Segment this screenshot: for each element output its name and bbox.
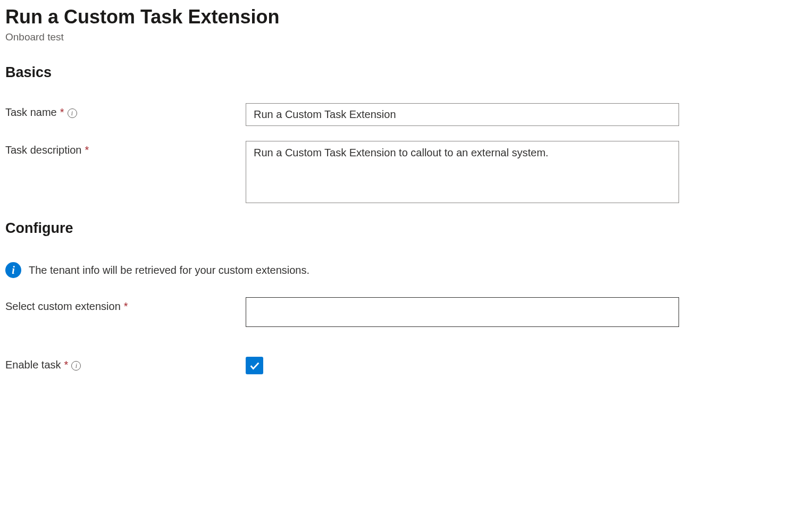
task-description-label: Task description	[5, 144, 81, 156]
select-extension-row: Select custom extension *	[5, 297, 807, 327]
info-icon	[5, 262, 21, 278]
page-title: Run a Custom Task Extension	[5, 5, 807, 28]
select-extension-label: Select custom extension	[5, 300, 121, 313]
select-extension-input[interactable]	[246, 297, 679, 327]
required-asterisk: *	[64, 359, 69, 371]
info-icon[interactable]	[68, 108, 77, 118]
enable-task-label: Enable task	[5, 359, 61, 371]
info-icon[interactable]	[71, 361, 81, 371]
task-description-input[interactable]	[246, 141, 679, 203]
configure-heading: Configure	[5, 220, 807, 237]
checkmark-icon	[249, 360, 261, 372]
enable-task-row: Enable task *	[5, 357, 807, 374]
required-asterisk: *	[60, 106, 64, 119]
enable-task-checkbox[interactable]	[246, 357, 263, 374]
task-name-label: Task name	[5, 106, 57, 119]
task-name-input[interactable]	[246, 103, 679, 126]
task-description-row: Task description *	[5, 141, 807, 205]
info-message: The tenant info will be retrieved for yo…	[5, 262, 807, 278]
page-subtitle: Onboard test	[5, 31, 807, 43]
required-asterisk: *	[124, 300, 128, 313]
required-asterisk: *	[85, 144, 89, 156]
info-message-text: The tenant info will be retrieved for yo…	[29, 264, 309, 276]
task-name-row: Task name *	[5, 103, 807, 126]
basics-heading: Basics	[5, 64, 807, 81]
